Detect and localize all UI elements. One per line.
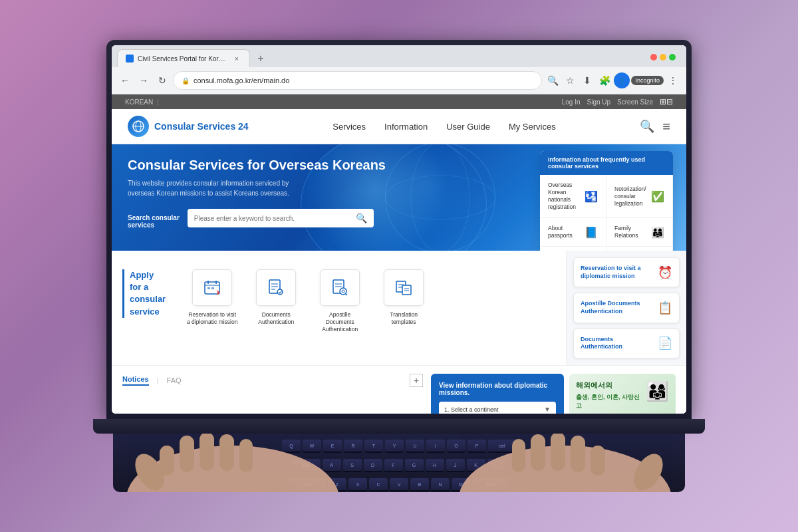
service-reservation[interactable]: Reservation to visita diplomatic mission [186,269,239,333]
continent-select-arrow: ▼ [544,406,551,413]
quick-link-overseas-text: Overseas Koreannationalsregistration [548,182,585,211]
quick-link-overseas[interactable]: Overseas Koreannationalsregistration 🛂 [540,175,606,218]
back-button[interactable]: ← [117,72,133,88]
faq-tab[interactable]: FAQ [167,376,182,384]
right-card-reservation-icon: ⏰ [658,265,672,280]
nav-user-guide[interactable]: User Guide [446,122,490,132]
diplomatic-title: View information about diplomatic missio… [439,382,556,396]
utility-right: Log In Sign Up Screen Size ⊞⊟ [562,97,673,106]
right-card-reservation[interactable]: Reservation to visit a diplomatic missio… [573,257,680,287]
notices-section: Notices | FAQ + [122,374,423,414]
hero-content: Consular Services for Overseas Koreans T… [128,158,394,229]
quick-link-overseas-icon: 🛂 [585,190,598,203]
utility-left: KOREAN | [125,98,159,106]
nav-services[interactable]: Services [332,122,366,132]
apply-title-block: Applyfor aconsularservice [122,269,166,318]
service-translation-label: Translationtemplates [390,311,418,326]
star-icon[interactable]: ☆ [562,72,578,88]
svg-rect-36 [239,439,253,472]
svg-rect-11 [207,287,210,289]
browser-toolbar: ← → ↻ 🔒 consul.mofa.go.kr/en/main.do 🔍 ☆… [112,67,686,94]
header-actions: 🔍 ≡ [640,119,670,134]
service-docs-auth[interactable]: DocumentsAuthentication [249,269,303,333]
service-apostille-icon [320,269,360,306]
site-logo[interactable]: Consular Services 24 [128,116,249,137]
notices-plus-button[interactable]: + [410,374,423,387]
quick-link-family[interactable]: FamilyRelations 👨‍👩‍👧 [606,218,673,247]
window-maximize-btn[interactable] [669,54,676,61]
browser-tab-active[interactable]: Civil Services Portal for Korea... × [117,49,250,67]
header-menu-icon[interactable]: ≡ [662,119,670,134]
search-label: Search consularservices [128,209,180,229]
window-minimize-btn[interactable] [660,54,666,61]
search-toolbar-icon[interactable]: 🔍 [545,72,561,88]
screen-size-link[interactable]: Screen Size [617,98,653,106]
hero-title: Consular Services for Overseas Koreans [128,158,394,173]
service-apostille[interactable]: ApostilleDocumentsAuthentication [313,269,366,333]
svg-rect-33 [180,436,194,472]
svg-rect-44 [591,446,605,475]
right-card-docs[interactable]: Documents Authentication 📄 [573,329,680,358]
right-card-apostille-text: Apostille Documents Authentication [581,300,652,315]
laptop-screen-bezel: Civil Services Portal for Korea... × + ←… [106,40,692,419]
profile-button[interactable]: 👤 [614,72,630,88]
search-submit-icon[interactable]: 🔍 [356,213,367,223]
signup-link[interactable]: Sign Up [587,98,611,106]
toolbar-actions: 🔍 ☆ ⬇ 🧩 👤 Incognito ⋮ [545,72,681,88]
search-input[interactable] [194,215,356,222]
quick-links-grid: Overseas Koreannationalsregistration 🛂 N… [540,175,673,251]
nav-information[interactable]: Information [384,122,428,132]
utility-divider: | [157,98,159,106]
right-card-apostille[interactable]: Apostille Documents Authentication 📋 [573,293,680,323]
service-docs-auth-icon [256,269,296,306]
korean-banner-illustration: 👨‍👩‍👧 [646,380,669,402]
options-button[interactable]: ⋮ [665,72,681,88]
service-translation[interactable]: Translationtemplates [377,269,430,333]
tab-close-button[interactable]: × [232,54,241,63]
quick-link-passports-text: Aboutpassports [548,225,573,239]
language-link[interactable]: KOREAN [125,98,153,106]
notices-tab[interactable]: Notices [122,375,149,386]
search-input-wrapper[interactable]: 🔍 [188,209,374,227]
service-reservation-icon [192,269,232,306]
korean-banner-content: 해외에서의 출생, 혼인, 이혼, 사망신고 민이나 신고방법 안내 👨‍👩‍👧 [576,380,669,414]
header-search-icon[interactable]: 🔍 [640,119,654,134]
login-link[interactable]: Log In [562,98,581,106]
svg-line-23 [345,293,347,295]
new-tab-button[interactable]: + [253,51,269,66]
continent-select-text: 1. Select a continent [444,406,499,413]
quick-link-nationality[interactable]: Nationality [540,247,606,251]
services-grid: Reservation to visita diplomatic mission [186,269,430,333]
nav-my-services[interactable]: My Services [509,122,556,132]
refresh-button[interactable]: ↻ [154,72,170,88]
service-translation-icon [384,269,424,306]
search-container: Search consularservices 🔍 [128,209,394,229]
window-close-btn[interactable] [650,54,657,61]
laptop-base [93,419,705,434]
right-panel: Reservation to visit a diplomatic missio… [567,251,686,365]
quick-link-notarization[interactable]: Notorization/consularlegalization ✅ [606,175,673,218]
right-card-apostille-icon: 📋 [658,301,672,315]
continent-select[interactable]: 1. Select a continent ▼ [439,402,556,414]
utility-bar: KOREAN | Log In Sign Up Screen Size ⊞⊟ [112,94,686,109]
korean-banner-text-block: 해외에서의 출생, 혼인, 이혼, 사망신고 민이나 신고방법 안내 [576,380,640,414]
url-text: consul.mofa.go.kr/en/main.do [194,76,289,84]
incognito-badge[interactable]: Incognito [631,76,664,85]
svg-rect-40 [512,439,525,472]
laptop-keyboard: Q W E R T Y U I O P del tab A S D F G H … [113,434,685,492]
address-bar[interactable]: 🔒 consul.mofa.go.kr/en/main.do [173,71,542,90]
notices-faq-divider: | [157,376,159,384]
extension-icon[interactable]: 🧩 [597,72,612,88]
hero-description: This website provides consular informati… [128,178,314,198]
korean-banner: 해외에서의 출생, 혼인, 이혼, 사망신고 민이나 신고방법 안내 👨‍👩‍👧 [569,374,676,414]
quick-link-passports[interactable]: Aboutpassports 📘 [540,218,606,247]
forward-button[interactable]: → [136,72,152,88]
quick-link-military[interactable]: Military Duty [606,247,673,251]
quick-links-header: Information about frequently used consul… [540,151,673,175]
svg-point-6 [386,144,495,251]
site-header: Consular Services 24 Services Informatio… [112,109,686,144]
tab-favicon [126,55,134,63]
logo-text: Consular Services 24 [154,121,249,132]
quick-link-notarization-text: Notorization/consularlegalization [614,186,646,207]
download-icon[interactable]: ⬇ [579,72,595,88]
